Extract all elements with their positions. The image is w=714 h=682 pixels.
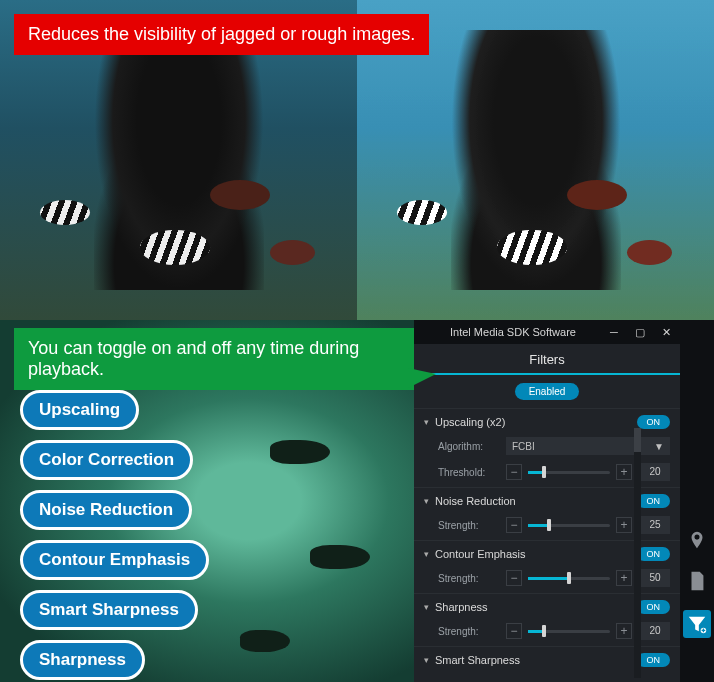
- titlebar: Intel Media SDK Software ─ ▢ ✕: [414, 320, 680, 344]
- chevron-down-icon: ▾: [424, 602, 429, 612]
- filters-header: Filters: [414, 344, 680, 375]
- param-label: Algorithm:: [438, 441, 498, 452]
- maximize-button[interactable]: ▢: [632, 324, 648, 340]
- chevron-down-icon: ▾: [424, 496, 429, 506]
- filters-panel: Intel Media SDK Software ─ ▢ ✕ Filters E…: [414, 320, 680, 682]
- badge-noise-reduction: Noise Reduction: [20, 490, 192, 530]
- decrement-button[interactable]: −: [506, 623, 522, 639]
- badge-sharpness: Sharpness: [20, 640, 145, 680]
- minimize-button[interactable]: ─: [606, 324, 622, 340]
- right-sidebar: [680, 320, 714, 682]
- filter-icon[interactable]: [683, 610, 711, 638]
- decrement-button[interactable]: −: [506, 517, 522, 533]
- comparison-area: Reduces the visibility of jagged or roug…: [0, 0, 714, 320]
- increment-button[interactable]: +: [616, 464, 632, 480]
- param-label: Threshold:: [438, 467, 498, 478]
- value-box[interactable]: 20: [640, 622, 670, 640]
- value-box[interactable]: 50: [640, 569, 670, 587]
- section-toggle[interactable]: ON: [637, 494, 671, 508]
- increment-button[interactable]: +: [616, 517, 632, 533]
- section-title: Smart Sharpness: [435, 654, 520, 666]
- section-toggle[interactable]: ON: [637, 415, 671, 429]
- section-title: Sharpness: [435, 601, 488, 613]
- badge-smart-sharpness: Smart Sharpness: [20, 590, 198, 630]
- preview-area: You can toggle on and off any time durin…: [0, 320, 414, 682]
- bottom-area: You can toggle on and off any time durin…: [0, 320, 714, 682]
- dropdown-icon: ▼: [654, 441, 664, 452]
- badge-upscaling: Upscaling: [20, 390, 139, 430]
- value-box[interactable]: 25: [640, 516, 670, 534]
- increment-button[interactable]: +: [616, 570, 632, 586]
- slider[interactable]: [528, 577, 610, 580]
- map-pin-icon[interactable]: [686, 530, 708, 552]
- chevron-down-icon: ▾: [424, 417, 429, 427]
- badge-contour-emphasis: Contour Emphasis: [20, 540, 209, 580]
- document-icon[interactable]: [686, 570, 708, 592]
- value-box[interactable]: 20: [640, 463, 670, 481]
- chevron-down-icon: ▾: [424, 655, 429, 665]
- scrollbar[interactable]: [634, 428, 641, 678]
- decrement-button[interactable]: −: [506, 464, 522, 480]
- section-toggle[interactable]: ON: [637, 653, 671, 667]
- section-title: Contour Emphasis: [435, 548, 526, 560]
- callout-red: Reduces the visibility of jagged or roug…: [14, 14, 429, 55]
- section-header[interactable]: ▾Upscaling (x2)ON: [424, 415, 670, 429]
- close-button[interactable]: ✕: [658, 324, 674, 340]
- chevron-down-icon: ▾: [424, 549, 429, 559]
- section-toggle[interactable]: ON: [637, 547, 671, 561]
- increment-button[interactable]: +: [616, 623, 632, 639]
- filters-panel-container: Intel Media SDK Software ─ ▢ ✕ Filters E…: [414, 320, 714, 682]
- badge-color-correction: Color Correction: [20, 440, 193, 480]
- section-toggle[interactable]: ON: [637, 600, 671, 614]
- param-label: Strength:: [438, 626, 498, 637]
- algorithm-select[interactable]: FCBI▼: [506, 437, 670, 455]
- enabled-toggle[interactable]: Enabled: [515, 383, 580, 400]
- window-title: Intel Media SDK Software: [450, 326, 576, 338]
- param-label: Strength:: [438, 573, 498, 584]
- slider[interactable]: [528, 630, 610, 633]
- slider[interactable]: [528, 471, 610, 474]
- param-label: Strength:: [438, 520, 498, 531]
- section-title: Upscaling (x2): [435, 416, 505, 428]
- section-title: Noise Reduction: [435, 495, 516, 507]
- filter-badge-list: Upscaling Color Correction Noise Reducti…: [20, 390, 209, 680]
- decrement-button[interactable]: −: [506, 570, 522, 586]
- callout-green: You can toggle on and off any time durin…: [14, 328, 414, 390]
- slider[interactable]: [528, 524, 610, 527]
